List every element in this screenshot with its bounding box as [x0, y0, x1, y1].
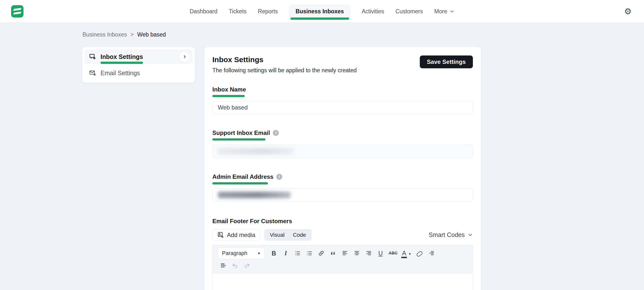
ordered-list-icon: [306, 250, 312, 257]
align-center-icon: [354, 250, 360, 257]
text-color-glyph: A: [402, 250, 406, 258]
label-accent-bar: [212, 138, 266, 141]
editor-controls-row: Add media Visual Code Smart Codes: [212, 229, 473, 241]
breadcrumb-parent-link[interactable]: Business Inboxes: [82, 31, 127, 38]
save-settings-button[interactable]: Save Settings: [420, 55, 473, 68]
caret-down-icon: ▼: [257, 252, 260, 255]
breadcrumb-current: Web based: [137, 31, 166, 38]
main-nav: Dashboard Tickets Reports Business Inbox…: [190, 0, 454, 23]
chevron-down-icon: [468, 232, 473, 238]
paragraph-format-value: Paragraph: [222, 250, 248, 257]
nav-item-tickets[interactable]: Tickets: [229, 8, 247, 15]
nav-item-reports[interactable]: Reports: [258, 8, 278, 15]
undo-icon: [232, 262, 238, 269]
admin-email-field: Admin Email Address i: [212, 173, 473, 201]
active-nav-indicator: [290, 17, 349, 20]
text-color-button[interactable]: A ▼: [402, 248, 412, 258]
smart-codes-label: Smart Codes: [429, 231, 465, 238]
redo-button[interactable]: [243, 261, 251, 271]
indent-button[interactable]: [220, 261, 227, 271]
undo-button[interactable]: [232, 261, 239, 271]
align-right-icon: [366, 250, 372, 257]
unordered-list-icon: [294, 250, 301, 257]
app-logo[interactable]: [11, 5, 24, 17]
text-color-swatch: [401, 257, 407, 258]
info-icon[interactable]: i: [276, 174, 282, 180]
admin-email-label: Admin Email Address: [212, 173, 273, 180]
smart-codes-dropdown[interactable]: Smart Codes: [429, 231, 473, 238]
bullet-list-button[interactable]: [294, 248, 301, 258]
settings-sidebar: Inbox Settings Email Settings: [82, 47, 195, 83]
nav-item-activities[interactable]: Activities: [362, 8, 384, 15]
outdent-icon: [428, 250, 434, 257]
breadcrumb: Business Inboxes > Web based: [82, 31, 166, 38]
tab-code[interactable]: Code: [289, 232, 310, 238]
editor-mode-tabs: Visual Code: [264, 229, 312, 241]
link-button[interactable]: [318, 248, 325, 258]
sidebar-item-inbox-settings[interactable]: Inbox Settings: [85, 50, 192, 64]
email-footer-editor-content[interactable]: [212, 273, 473, 290]
page-title: Inbox Settings: [212, 55, 356, 64]
add-media-label: Add media: [227, 232, 255, 238]
numbered-list-button[interactable]: [306, 248, 313, 258]
logo-stripe: [13, 11, 22, 14]
bold-button[interactable]: B: [270, 248, 278, 258]
add-media-icon: [217, 232, 224, 238]
nav-item-customers[interactable]: Customers: [395, 8, 423, 15]
italic-button[interactable]: I: [282, 248, 290, 258]
nav-item-label: More: [434, 8, 447, 15]
toolbar-row-2: [212, 260, 473, 273]
info-icon[interactable]: i: [273, 130, 279, 136]
redo-icon: [244, 262, 250, 269]
redacted-value: [217, 148, 294, 154]
chevron-down-icon: [450, 9, 454, 14]
sidebar-item-label: Email Settings: [100, 70, 140, 77]
email-settings-icon: [89, 69, 96, 77]
breadcrumb-separator: >: [130, 31, 134, 38]
sidebar-item-email-settings[interactable]: Email Settings: [85, 66, 192, 80]
text-color-letter: A: [402, 250, 406, 257]
active-item-indicator: [100, 62, 143, 64]
support-email-label: Support Inbox Email: [212, 130, 270, 136]
nav-item-label: Business Inboxes: [296, 8, 344, 15]
toolbar-row-1: Paragraph ▼ B I: [212, 245, 473, 260]
content-layout: Inbox Settings Email Settings Inbox Sett…: [82, 47, 644, 290]
outdent-button[interactable]: [428, 248, 435, 258]
inbox-settings-panel: Inbox Settings The following settings wi…: [204, 47, 481, 290]
page-subtitle: The following settings will be applied t…: [212, 67, 356, 74]
align-left-button[interactable]: [341, 248, 349, 258]
logo-stripe: [13, 8, 22, 11]
admin-email-input[interactable]: [212, 188, 473, 201]
caret-down-icon: ▼: [408, 252, 412, 258]
strikethrough-button[interactable]: ABC: [389, 248, 398, 258]
settings-gear-icon[interactable]: ⚙: [624, 7, 632, 15]
align-left-icon: [342, 250, 348, 257]
panel-header: Inbox Settings The following settings wi…: [212, 55, 473, 74]
eraser-icon: [416, 250, 423, 257]
inbox-settings-icon: [89, 53, 96, 60]
clear-formatting-button[interactable]: [416, 248, 423, 258]
indent-icon: [220, 262, 226, 269]
paragraph-format-select[interactable]: Paragraph ▼: [218, 248, 264, 259]
align-center-button[interactable]: [353, 248, 360, 258]
editor-toolbar: Paragraph ▼ B I: [212, 245, 473, 273]
add-media-button[interactable]: Add media: [212, 229, 260, 241]
sidebar-item-text: Inbox Settings: [100, 53, 143, 60]
nav-item-dashboard[interactable]: Dashboard: [190, 8, 218, 15]
sidebar-item-label: Inbox Settings: [100, 53, 143, 60]
support-email-field: Support Inbox Email i: [212, 130, 473, 158]
nav-item-more[interactable]: More: [434, 8, 454, 15]
email-footer-label: Email Footer For Customers: [212, 218, 473, 225]
align-right-button[interactable]: [365, 248, 372, 258]
blockquote-icon: [330, 250, 336, 257]
tab-visual[interactable]: Visual: [266, 232, 289, 238]
chevron-right-button[interactable]: [180, 52, 190, 62]
redacted-value: [218, 192, 291, 198]
underline-button[interactable]: U: [377, 248, 384, 258]
inbox-name-label: Inbox Name: [212, 86, 246, 93]
blockquote-button[interactable]: [330, 248, 337, 258]
nav-item-business-inboxes[interactable]: Business Inboxes: [289, 4, 350, 18]
inbox-name-input[interactable]: [212, 101, 473, 114]
support-email-input[interactable]: [212, 144, 473, 158]
label-accent-bar: [212, 95, 245, 97]
